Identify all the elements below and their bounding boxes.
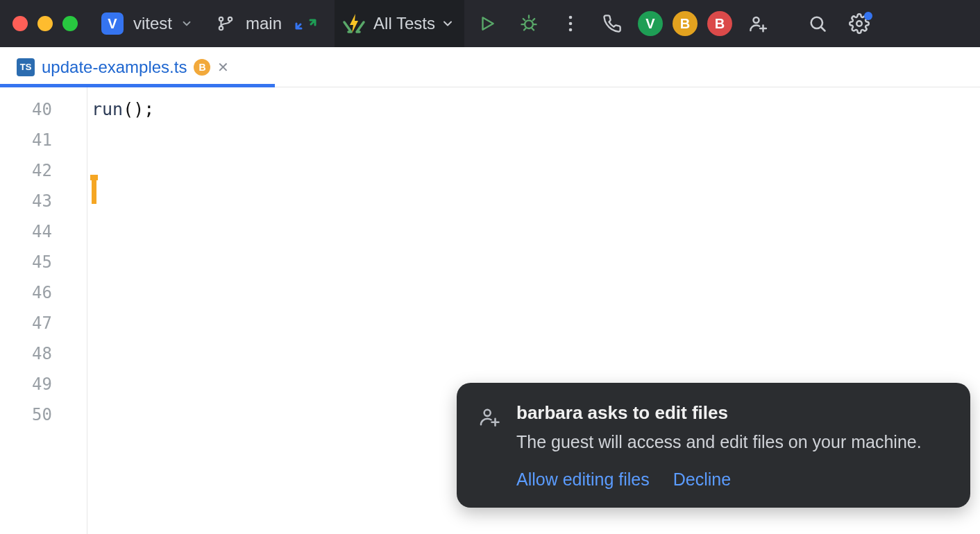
- settings-button[interactable]: [843, 8, 875, 40]
- notification-actions: Allow editing files Decline: [516, 470, 947, 490]
- project-name[interactable]: vitest: [133, 14, 172, 33]
- line-number: 48: [0, 338, 87, 369]
- svg-point-4: [569, 16, 573, 19]
- collaborator-avatar-3[interactable]: B: [707, 11, 732, 36]
- svg-point-3: [525, 20, 533, 28]
- project-chevron-icon[interactable]: [180, 17, 193, 30]
- code-token-call: ();: [123, 99, 154, 119]
- allow-editing-button[interactable]: Allow editing files: [516, 470, 650, 490]
- run-config-chevron-icon: [441, 17, 455, 31]
- line-number: 45: [0, 247, 87, 277]
- branch-name[interactable]: main: [246, 14, 282, 33]
- code-token-fn: run: [92, 99, 123, 119]
- line-number-gutter: 40 41 42 43 44 45 46 47 48 49 50: [0, 87, 87, 534]
- add-user-button[interactable]: [742, 8, 774, 40]
- branch-icon[interactable]: [217, 15, 235, 33]
- line-number: 40: [0, 94, 87, 125]
- svg-point-9: [856, 21, 862, 26]
- project-badge[interactable]: V: [101, 12, 124, 35]
- typescript-file-icon: TS: [17, 58, 35, 76]
- code-line: run();: [92, 94, 980, 125]
- tab-file-name: update-examples.ts: [42, 58, 187, 77]
- line-number: 49: [0, 369, 87, 399]
- editor-tab-active[interactable]: TS update-examples.ts B ✕: [10, 47, 236, 87]
- line-number: 44: [0, 216, 87, 247]
- collaborator-caret: [92, 179, 96, 204]
- line-number: 41: [0, 125, 87, 155]
- svg-point-5: [569, 22, 573, 26]
- settings-update-dot-icon: [864, 12, 872, 20]
- svg-point-6: [569, 28, 573, 32]
- search-button[interactable]: [802, 8, 834, 40]
- main-toolbar: V vitest main All Tests: [0, 0, 980, 47]
- more-actions-button[interactable]: [555, 8, 586, 40]
- editor-tabs: TS update-examples.ts B ✕: [0, 47, 980, 87]
- minimize-window[interactable]: [37, 16, 53, 31]
- line-number: 46: [0, 277, 87, 308]
- notification-title: barbara asks to edit files: [516, 402, 947, 424]
- tab-close-icon[interactable]: ✕: [217, 59, 229, 76]
- window-controls: [12, 16, 78, 31]
- zoom-window[interactable]: [62, 16, 78, 31]
- line-number: 47: [0, 308, 87, 338]
- tab-status-badge: B: [194, 59, 210, 76]
- line-number: 50: [0, 399, 87, 430]
- code-with-me-call-icon[interactable]: [596, 8, 628, 40]
- run-button[interactable]: [471, 8, 503, 40]
- run-config-name: All Tests: [373, 14, 435, 33]
- add-user-icon: [478, 405, 501, 490]
- notification-body: barbara asks to edit files The guest wil…: [516, 402, 947, 490]
- debug-button[interactable]: [513, 8, 545, 40]
- decline-button[interactable]: Decline: [673, 470, 731, 490]
- incoming-outgoing-icon[interactable]: [293, 15, 321, 33]
- notification-description: The guest will access and edit files on …: [516, 431, 947, 454]
- svg-point-7: [753, 17, 759, 23]
- close-window[interactable]: [12, 16, 28, 31]
- run-config-selector[interactable]: All Tests: [335, 0, 464, 47]
- run-config-vitest-icon: [341, 11, 366, 36]
- collaborator-avatar-1[interactable]: V: [638, 11, 663, 36]
- collaborator-avatar-2[interactable]: B: [673, 11, 698, 36]
- line-number: 42: [0, 155, 87, 186]
- permission-notification: barbara asks to edit files The guest wil…: [457, 383, 970, 508]
- line-number: 43: [0, 186, 87, 216]
- svg-point-10: [484, 410, 491, 416]
